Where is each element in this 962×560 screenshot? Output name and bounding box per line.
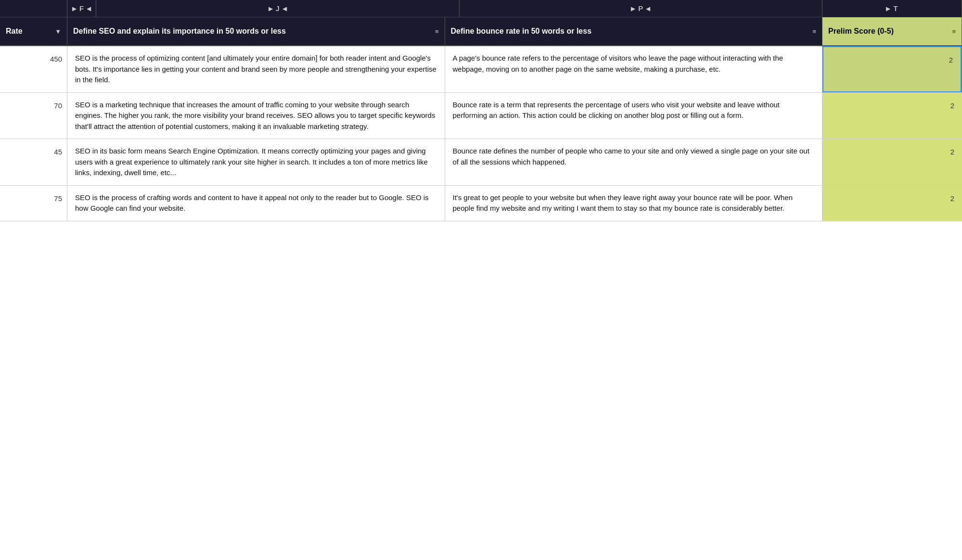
cell-seo-answer-0: SEO is the process of optimizing content… — [67, 46, 445, 92]
cell-score-1[interactable]: 2 — [822, 93, 962, 139]
nav-arrow-left-t[interactable]: ▶ — [886, 5, 890, 12]
header-col-p-label: Define bounce rate in 50 words or less — [451, 27, 592, 36]
nav-arrow-right-f[interactable]: ◀ — [87, 5, 91, 12]
cell-score-3[interactable]: 2 — [822, 186, 962, 221]
header-col-t-label: Prelim Score (0-5) — [828, 27, 894, 36]
nav-arrow-right-j[interactable]: ◀ — [282, 5, 287, 12]
cell-seo-answer-3: SEO is the process of crafting words and… — [67, 186, 445, 221]
cell-bounce-answer-1: Bounce rate is a term that represents th… — [445, 93, 823, 139]
nav-letter-j: J — [276, 4, 280, 13]
filter-icon-rate[interactable]: ▼ — [55, 28, 61, 35]
cell-seo-answer-2: SEO in its basic form means Search Engin… — [67, 139, 445, 185]
table-row[interactable]: 75SEO is the process of crafting words a… — [0, 186, 962, 221]
table-row[interactable]: 450SEO is the process of optimizing cont… — [0, 46, 962, 93]
nav-row: ▶ F ◀ ▶ J ◀ ▶ P ◀ ▶ T — [0, 0, 962, 17]
nav-letter-p: P — [638, 4, 643, 13]
filter-icon-t[interactable]: ≡ — [952, 28, 956, 35]
header-col-j: Define SEO and explain its importance in… — [67, 17, 445, 45]
nav-cell-t: ▶ T — [822, 0, 962, 17]
nav-cell-j: ▶ J ◀ — [96, 0, 460, 17]
cell-rate-0: 450 — [0, 46, 67, 92]
table-row[interactable]: 45SEO in its basic form means Search Eng… — [0, 139, 962, 186]
cell-rate-3: 75 — [0, 186, 67, 221]
header-col-t: Prelim Score (0-5) ≡ — [822, 17, 962, 45]
data-rows-container: 450SEO is the process of optimizing cont… — [0, 46, 962, 221]
nav-cell-p: ▶ P ◀ — [460, 0, 823, 17]
cell-bounce-answer-2: Bounce rate defines the number of people… — [445, 139, 823, 185]
nav-arrow-right-p[interactable]: ◀ — [646, 5, 650, 12]
table-row[interactable]: 70SEO is a marketing technique that incr… — [0, 93, 962, 140]
nav-cell-rate — [0, 0, 67, 17]
cell-score-2[interactable]: 2 — [822, 139, 962, 185]
nav-arrow-left-j[interactable]: ▶ — [269, 5, 273, 12]
nav-letter-f: F — [79, 4, 84, 13]
nav-arrow-left-p[interactable]: ▶ — [631, 5, 635, 12]
header-rate: Rate ▼ — [0, 17, 67, 45]
header-col-j-label: Define SEO and explain its importance in… — [73, 27, 286, 36]
header-rate-label: Rate — [6, 27, 23, 36]
nav-cell-f: ▶ F ◀ — [67, 0, 96, 17]
cell-seo-answer-1: SEO is a marketing technique that increa… — [67, 93, 445, 139]
cell-score-0[interactable]: 2 — [822, 46, 962, 92]
nav-arrow-left-f[interactable]: ▶ — [72, 5, 77, 12]
filter-icon-j[interactable]: ≡ — [435, 28, 439, 35]
cell-rate-1: 70 — [0, 93, 67, 139]
header-col-p: Define bounce rate in 50 words or less ≡ — [445, 17, 823, 45]
header-row: Rate ▼ Define SEO and explain its import… — [0, 17, 962, 46]
nav-letter-t: T — [893, 4, 898, 13]
cell-bounce-answer-0: A page's bounce rate refers to the perce… — [445, 46, 823, 92]
cell-bounce-answer-3: It's great to get people to your website… — [445, 186, 823, 221]
cell-rate-2: 45 — [0, 139, 67, 185]
filter-icon-p[interactable]: ≡ — [812, 28, 816, 35]
